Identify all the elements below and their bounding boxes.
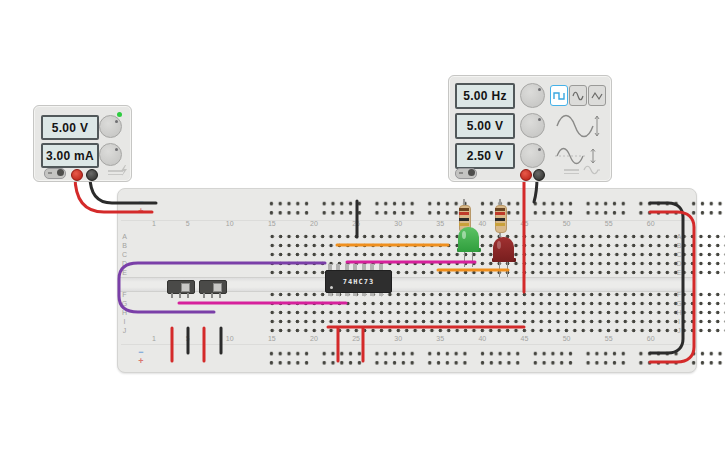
chip-label: 74HC73 <box>343 278 374 286</box>
voltage-display: 5.00 V <box>41 115 99 140</box>
amplitude-icon <box>555 113 601 139</box>
offset-display: 2.50 V <box>455 143 515 169</box>
square-wave-icon <box>553 90 565 102</box>
switch-pins <box>203 293 223 298</box>
amplitude-display: 5.00 V <box>455 113 515 139</box>
waveform-square-button[interactable] <box>550 85 568 106</box>
circuit-canvas: 1155101015152020252530303535404045455050… <box>0 0 725 453</box>
slide-switch-1[interactable] <box>167 280 195 294</box>
negative-terminal[interactable] <box>86 169 98 181</box>
lightning-icon <box>120 165 128 177</box>
switch-pins <box>171 293 191 298</box>
sine-wave-icon <box>572 90 584 102</box>
ic-74hc73[interactable]: 74HC73 <box>325 270 392 293</box>
offset-knob[interactable] <box>520 143 545 168</box>
voltage-knob[interactable] <box>99 115 122 138</box>
pin1-marker <box>330 286 333 289</box>
frequency-knob[interactable] <box>520 83 545 108</box>
grid-rows-f-j[interactable] <box>268 290 725 335</box>
funcgen-negative-terminal[interactable] <box>533 169 545 181</box>
current-knob[interactable] <box>99 143 122 166</box>
board-divider-bottom <box>121 344 691 345</box>
small-wave-icon <box>583 165 601 175</box>
waveform-triangle-button[interactable] <box>588 85 606 106</box>
power-switch[interactable] <box>44 168 66 179</box>
slide-switch-2[interactable] <box>199 280 227 294</box>
function-generator[interactable]: 5.00 Hz 5.00 V 2.50 V <box>448 75 612 182</box>
current-display: 3.00 mA <box>41 143 99 168</box>
switch-knob[interactable] <box>213 283 222 292</box>
amplitude-knob[interactable] <box>520 113 545 138</box>
frequency-display: 5.00 Hz <box>455 83 515 109</box>
power-indicator-led <box>117 112 122 117</box>
waveform-sine-button[interactable] <box>569 85 587 106</box>
funcgen-power-switch[interactable] <box>455 168 477 179</box>
switch-knob[interactable] <box>181 283 190 292</box>
funcgen-positive-terminal[interactable] <box>520 169 532 181</box>
resistor-2[interactable] <box>494 199 506 237</box>
positive-terminal[interactable] <box>71 169 83 181</box>
power-supply[interactable]: 5.00 V 3.00 mA <box>33 105 132 182</box>
board-divider-top <box>121 220 691 221</box>
fine-print <box>564 169 579 174</box>
triangle-wave-icon <box>591 90 603 102</box>
